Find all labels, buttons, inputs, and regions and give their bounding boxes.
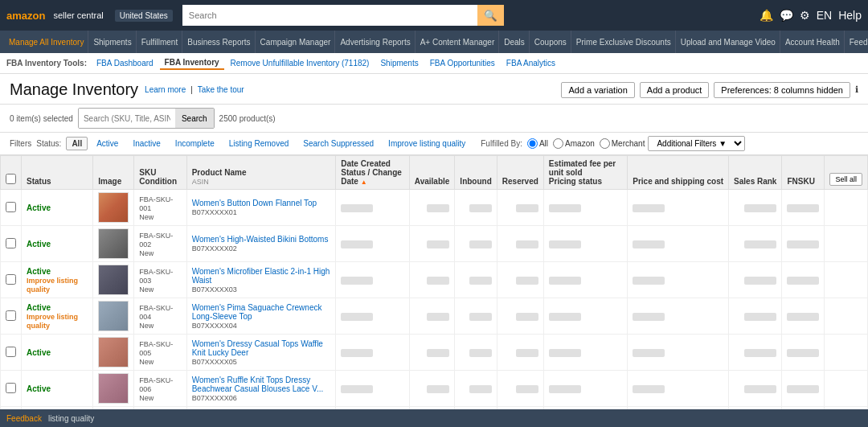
filters-label: Filters xyxy=(10,139,31,148)
row-checkbox-cell[interactable] xyxy=(1,298,22,335)
product-name-link[interactable]: Women's Microfiber Elastic 2-in-1 High W… xyxy=(192,267,331,285)
add-variation-button[interactable]: Add a variation xyxy=(561,82,634,98)
page-title-links: Learn more | Take the tour xyxy=(145,85,244,94)
nav-item-account-health[interactable]: Account Health xyxy=(781,31,845,53)
nav-item-upload-video[interactable]: Upload and Manage Video xyxy=(677,31,780,53)
nav-item-advertising-reports[interactable]: Advertising Reports xyxy=(336,31,415,53)
nav-item-aplus[interactable]: A+ Content Manager xyxy=(416,31,500,53)
inbound-cell xyxy=(455,371,497,407)
fba-opportunities-link[interactable]: FBA Opportunities xyxy=(425,57,500,69)
image-cell xyxy=(93,190,134,226)
product-name-cell[interactable]: Women's Microfiber Elastic 2-in-1 High W… xyxy=(186,262,336,298)
rank-column-header: Sales Rank xyxy=(729,156,782,190)
select-all-header[interactable] xyxy=(1,156,22,190)
fba-inventory-link[interactable]: FBA Inventory xyxy=(160,56,224,70)
search-input-wrap: Search xyxy=(78,108,215,129)
nav-item-campaign-manager[interactable]: Campaign Manager xyxy=(256,31,336,53)
fba-analytics-link[interactable]: FBA Analytics xyxy=(502,57,560,69)
product-search-input[interactable] xyxy=(79,109,175,128)
price-cell[interactable] xyxy=(628,190,729,226)
tab-incomplete[interactable]: Incomplete xyxy=(170,137,220,150)
take-tour-link[interactable]: Take the tour xyxy=(198,85,244,94)
page-header: Manage Inventory Learn more | Take the t… xyxy=(0,74,868,105)
product-name-link[interactable]: Women's High-Waisted Bikini Bottoms xyxy=(192,235,331,244)
nav-item-coupons[interactable]: Coupons xyxy=(530,31,571,53)
tab-improve-quality[interactable]: Improve listing quality xyxy=(383,137,471,150)
add-product-button[interactable]: Add a product xyxy=(640,82,710,98)
product-name-cell[interactable]: Women's Ruffle Knit Tops Dressy Beachwea… xyxy=(186,371,336,407)
preferences-button[interactable]: Preferences: 8 columns hidden xyxy=(714,82,850,98)
additional-filters-dropdown[interactable]: Additional Filters ▼ xyxy=(648,136,745,151)
select-all-checkbox[interactable] xyxy=(6,174,16,184)
nav-item-feedback[interactable]: Feedback Manager xyxy=(845,31,868,53)
help-link[interactable]: Help xyxy=(838,9,862,22)
nav-item-fulfillment[interactable]: Fulfillment xyxy=(137,31,183,53)
tab-active[interactable]: Active xyxy=(91,137,124,150)
available-cell xyxy=(409,298,455,335)
product-search-button[interactable]: Search xyxy=(175,109,214,128)
tab-all[interactable]: All xyxy=(66,137,88,150)
inventory-table-container[interactable]: Status Image SKU Condition Product Name … xyxy=(0,155,868,427)
search-bar: 🔍 xyxy=(182,5,504,26)
product-name-link[interactable]: Women's Dressy Casual Tops Waffle Knit L… xyxy=(192,339,331,357)
price-cell[interactable] xyxy=(628,226,729,262)
row-checkbox[interactable] xyxy=(6,347,16,357)
fee-column-header: Estimated fee per unit sold Pricing stat… xyxy=(543,156,627,190)
table-row: ActiveImprove listing quality FBA-SKU-00… xyxy=(1,262,868,298)
row-checkbox[interactable] xyxy=(6,383,16,393)
tab-inactive[interactable]: Inactive xyxy=(127,137,166,150)
row-checkbox[interactable] xyxy=(6,274,16,285)
fulfilled-by-filter: Fulfilled By: All Amazon Merchant xyxy=(481,138,645,149)
price-cell[interactable] xyxy=(628,371,729,407)
product-name-link[interactable]: Women's Button Down Flannel Top xyxy=(192,199,331,207)
row-checkbox-cell[interactable] xyxy=(1,262,22,298)
product-name-cell[interactable]: Women's Pima Saguache Crewneck Long-Slee… xyxy=(186,298,336,335)
price-cell[interactable] xyxy=(628,262,729,298)
row-checkbox-cell[interactable] xyxy=(1,226,22,262)
product-name-cell[interactable]: Women's Button Down Flannel Top B07XXXXX… xyxy=(186,190,336,226)
radio-amazon[interactable]: Amazon xyxy=(553,138,595,149)
product-name-link[interactable]: Women's Pima Saguache Crewneck Long-Slee… xyxy=(192,303,331,321)
nav-item-deals[interactable]: Deals xyxy=(500,31,530,53)
image-cell xyxy=(93,335,134,371)
row-checkbox-cell[interactable] xyxy=(1,190,22,226)
fba-dashboard-link[interactable]: FBA Dashboard xyxy=(92,57,158,69)
nav-item-prime-exclusive[interactable]: Prime Exclusive Discounts xyxy=(572,31,676,53)
image-cell xyxy=(93,298,134,335)
price-cell[interactable] xyxy=(628,335,729,371)
radio-merchant[interactable]: Merchant xyxy=(600,138,645,149)
date-column-header[interactable]: Date Created Status / Change Date ▲ xyxy=(336,156,410,190)
nav-item-shipments[interactable]: Shipments xyxy=(89,31,136,53)
reserved-cell xyxy=(497,262,543,298)
product-name-cell[interactable]: Women's High-Waisted Bikini Bottoms B07X… xyxy=(186,226,336,262)
tab-search-suppressed[interactable]: Search Suppressed xyxy=(297,137,379,150)
bottom-feedback-item[interactable]: Feedback xyxy=(6,414,42,423)
bottom-listing-quality-item[interactable]: listing quality xyxy=(48,414,94,423)
bell-icon[interactable]: 🔔 xyxy=(760,9,773,22)
price-cell[interactable] xyxy=(628,298,729,335)
sell-all-cell xyxy=(825,190,868,226)
row-checkbox[interactable] xyxy=(6,238,16,248)
account-badge[interactable]: United States xyxy=(115,10,173,22)
language-icon[interactable]: EN xyxy=(817,9,832,22)
sell-all-button[interactable]: Sell all xyxy=(829,173,862,186)
date-cell xyxy=(336,298,410,335)
nav-item-business-reports[interactable]: Business Reports xyxy=(183,31,255,53)
search-button[interactable]: 🔍 xyxy=(477,5,504,26)
product-name-cell[interactable]: Women's Dressy Casual Tops Waffle Knit L… xyxy=(186,335,336,371)
row-checkbox-cell[interactable] xyxy=(1,371,22,407)
fba-remove-unfulfillable-link[interactable]: Remove Unfulfillable Inventory (71182) xyxy=(226,57,375,69)
fba-shipments-link[interactable]: Shipments xyxy=(375,57,423,69)
product-name-link[interactable]: Women's Ruffle Knit Tops Dressy Beachwea… xyxy=(192,376,331,393)
info-icon[interactable]: ℹ xyxy=(855,84,858,95)
chat-icon[interactable]: 💬 xyxy=(780,9,793,22)
search-input[interactable] xyxy=(182,5,477,26)
row-checkbox-cell[interactable] xyxy=(1,335,22,371)
nav-item-manage-inventory[interactable]: Manage All Inventory xyxy=(5,31,88,53)
tab-listing-removed[interactable]: Listing Removed xyxy=(223,137,294,150)
settings-icon[interactable]: ⚙ xyxy=(800,9,810,22)
row-checkbox[interactable] xyxy=(6,202,16,212)
learn-more-link[interactable]: Learn more xyxy=(145,85,186,94)
row-checkbox[interactable] xyxy=(6,310,16,321)
radio-all[interactable]: All xyxy=(527,138,548,149)
